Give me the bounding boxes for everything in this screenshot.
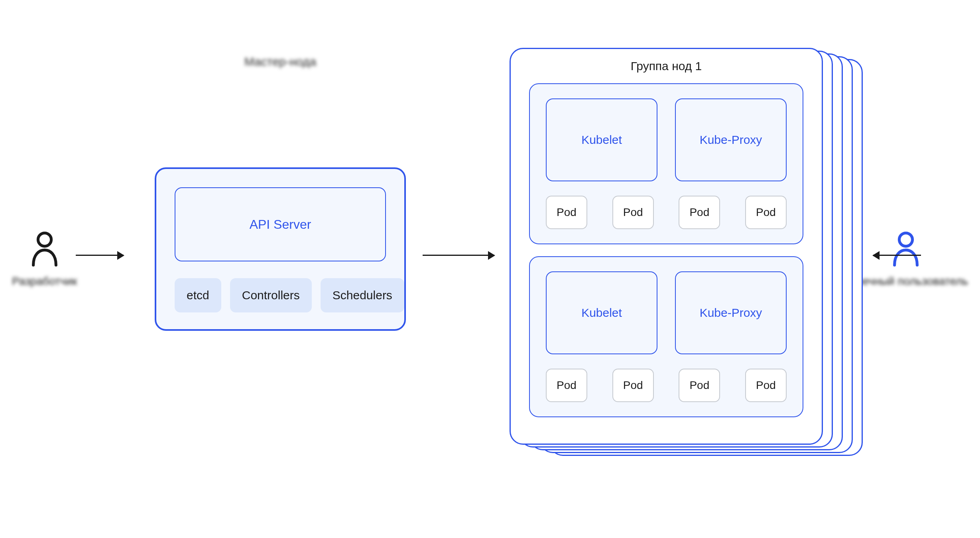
- node-agents-row: Kubelet Kube-Proxy: [546, 98, 787, 181]
- pod-box: Pod: [679, 369, 720, 402]
- developer-actor: Разработчик: [12, 231, 77, 288]
- kubelet-box: Kubelet: [546, 98, 657, 181]
- master-node-title: Мастер-нода: [155, 55, 406, 69]
- svg-point-1: [899, 233, 912, 246]
- pod-box: Pod: [546, 369, 587, 402]
- arrow-left-head-icon: [872, 251, 880, 260]
- schedulers-pill: Schedulers: [321, 278, 404, 312]
- user-icon: [30, 231, 59, 269]
- master-node-card: API Server etcd Controllers Schedulers: [155, 167, 406, 331]
- node-group-title: Группа нод 1: [529, 59, 803, 73]
- pod-box: Pod: [745, 369, 787, 402]
- arrow-right-head-icon: [117, 251, 124, 260]
- node-group-card: Группа нод 1 Kubelet Kube-Proxy Pod Pod …: [510, 48, 823, 445]
- api-server-label: API Server: [250, 217, 311, 232]
- worker-node-card: Kubelet Kube-Proxy Pod Pod Pod Pod: [529, 83, 803, 244]
- kubelet-label: Kubelet: [581, 306, 622, 320]
- etcd-pill: etcd: [175, 278, 221, 312]
- svg-point-0: [38, 233, 51, 246]
- pods-row: Pod Pod Pod Pod: [546, 369, 787, 402]
- node-agents-row: Kubelet Kube-Proxy: [546, 271, 787, 354]
- pods-row: Pod Pod Pod Pod: [546, 196, 787, 229]
- kube-proxy-box: Kube-Proxy: [675, 271, 787, 354]
- worker-node-card: Kubelet Kube-Proxy Pod Pod Pod Pod: [529, 256, 803, 417]
- kube-proxy-label: Kube-Proxy: [700, 306, 762, 320]
- kube-proxy-label: Kube-Proxy: [700, 133, 762, 147]
- api-server-box: API Server: [175, 187, 386, 261]
- kubelet-box: Kubelet: [546, 271, 657, 354]
- user-icon: [891, 231, 920, 269]
- developer-label: Разработчик: [12, 275, 77, 288]
- pod-box: Pod: [679, 196, 720, 229]
- kubelet-label: Kubelet: [581, 133, 622, 147]
- pod-box: Pod: [546, 196, 587, 229]
- pod-box: Pod: [745, 196, 787, 229]
- kubernetes-architecture-diagram: Разработчик Конечный пользователь Мастер…: [0, 0, 980, 538]
- node-group-stack: Группа нод 1 Kubelet Kube-Proxy Pod Pod …: [510, 48, 868, 458]
- pod-box: Pod: [612, 196, 654, 229]
- pod-box: Pod: [612, 369, 654, 402]
- arrow-right-head-icon: [488, 251, 495, 260]
- controllers-pill: Controllers: [230, 278, 312, 312]
- kube-proxy-box: Kube-Proxy: [675, 98, 787, 181]
- master-components-row: etcd Controllers Schedulers: [175, 278, 386, 312]
